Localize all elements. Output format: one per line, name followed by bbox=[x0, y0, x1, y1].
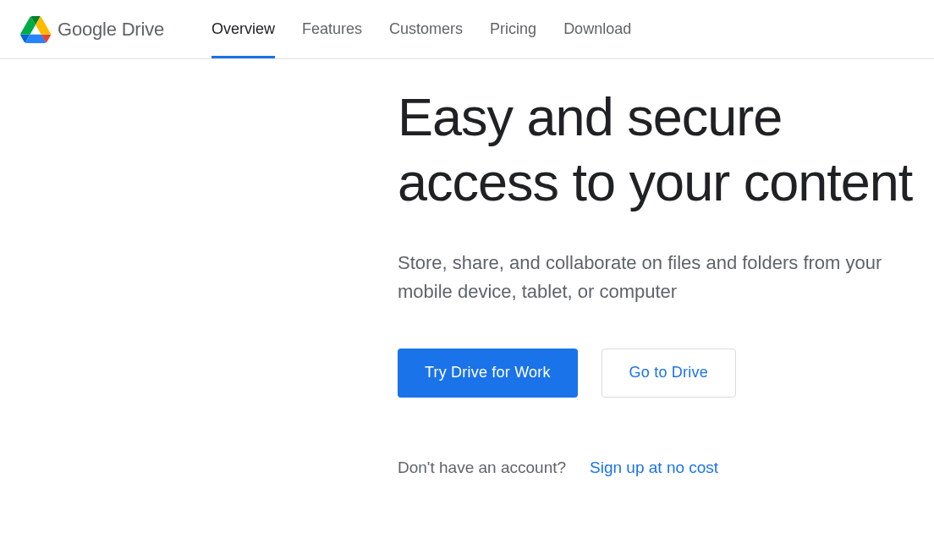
nav-customers[interactable]: Customers bbox=[389, 0, 463, 58]
signup-link[interactable]: Sign up at no cost bbox=[590, 458, 718, 477]
hero-sub: Store, share, and collaborate on files a… bbox=[398, 249, 914, 306]
cta-row: Try Drive for Work Go to Drive bbox=[398, 349, 914, 398]
nav-download[interactable]: Download bbox=[563, 0, 631, 58]
signup-row: Don't have an account? Sign up at no cos… bbox=[398, 458, 914, 477]
try-drive-for-work-button[interactable]: Try Drive for Work bbox=[398, 349, 578, 398]
go-to-drive-button[interactable]: Go to Drive bbox=[602, 349, 736, 398]
signup-question: Don't have an account? bbox=[398, 458, 566, 477]
nav: Overview Features Customers Pricing Down… bbox=[212, 0, 631, 58]
drive-icon bbox=[20, 16, 51, 43]
logo-text: Google Drive bbox=[58, 19, 164, 41]
hero: Easy and secure access to your content S… bbox=[0, 59, 914, 477]
logo[interactable]: Google Drive bbox=[20, 16, 164, 43]
nav-pricing[interactable]: Pricing bbox=[490, 0, 536, 58]
hero-heading: Easy and secure access to your content bbox=[398, 85, 914, 215]
nav-overview[interactable]: Overview bbox=[212, 0, 275, 58]
header: Google Drive Overview Features Customers… bbox=[0, 0, 934, 59]
nav-features[interactable]: Features bbox=[302, 0, 362, 58]
